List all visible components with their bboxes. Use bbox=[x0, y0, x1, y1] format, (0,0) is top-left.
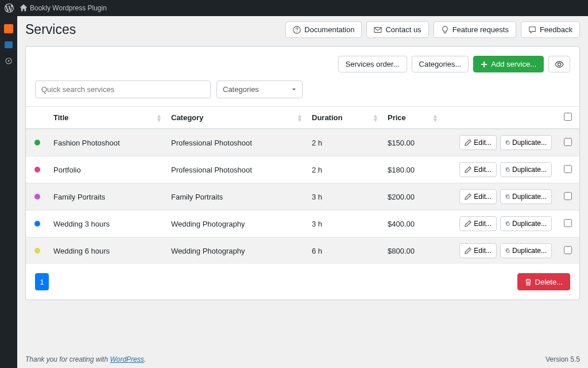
svg-rect-7 bbox=[506, 223, 509, 226]
duplicate-button[interactable]: Duplicate... bbox=[500, 135, 552, 150]
mail-icon bbox=[374, 26, 382, 34]
cell-duration: 3 h bbox=[307, 183, 383, 210]
edit-button[interactable]: Edit... bbox=[459, 216, 497, 231]
color-dot bbox=[34, 248, 40, 254]
table-row: Fashion PhotoshootProfessional Photoshoo… bbox=[26, 129, 579, 156]
wordpress-logo-icon[interactable] bbox=[5, 3, 14, 13]
categories-button[interactable]: Categories... bbox=[412, 56, 469, 72]
feature-requests-button[interactable]: Feature requests bbox=[434, 21, 516, 38]
color-dot bbox=[34, 167, 40, 172]
sidebar-item-bookly[interactable] bbox=[0, 21, 17, 37]
edit-button[interactable]: Edit... bbox=[459, 243, 497, 258]
version-text: Version 5.5 bbox=[546, 355, 580, 363]
collapse-icon bbox=[5, 57, 12, 64]
svg-point-3 bbox=[558, 63, 561, 66]
svg-rect-4 bbox=[506, 142, 509, 145]
cell-duration: 2 h bbox=[307, 129, 383, 156]
plus-icon bbox=[481, 61, 488, 68]
edit-button[interactable]: Edit... bbox=[459, 189, 497, 204]
edit-button[interactable]: Edit... bbox=[459, 162, 497, 177]
feedback-button[interactable]: Feedback bbox=[521, 21, 580, 38]
table-row: Wedding 6 hoursWedding Photography6 h$80… bbox=[26, 237, 579, 264]
svg-rect-6 bbox=[506, 196, 509, 199]
svg-rect-2 bbox=[374, 27, 381, 32]
table-row: Wedding 3 hoursWedding Photography3 h$40… bbox=[26, 210, 579, 237]
home-icon[interactable] bbox=[20, 4, 28, 13]
table-row: Family PortraitsFamily Portraits3 h$200.… bbox=[26, 183, 579, 210]
table-row: PortfolioProfessional Photoshoot2 h$180.… bbox=[26, 156, 579, 183]
admin-sidebar bbox=[0, 16, 17, 368]
lightbulb-icon bbox=[441, 26, 449, 34]
add-service-button[interactable]: Add service... bbox=[473, 56, 544, 72]
color-dot bbox=[34, 221, 40, 227]
row-checkbox[interactable] bbox=[564, 246, 572, 254]
duplicate-button[interactable]: Duplicate... bbox=[500, 243, 552, 258]
cell-category: Wedding Photography bbox=[167, 210, 307, 237]
cell-duration: 2 h bbox=[307, 156, 383, 183]
edit-button[interactable]: Edit... bbox=[459, 135, 497, 150]
cell-category: Professional Photoshoot bbox=[167, 156, 307, 183]
comment-icon bbox=[528, 26, 536, 34]
duplicate-button[interactable]: Duplicate... bbox=[500, 216, 552, 231]
row-checkbox[interactable] bbox=[564, 192, 572, 200]
color-dot bbox=[34, 140, 40, 145]
wordpress-link[interactable]: WordPress bbox=[110, 355, 144, 363]
trash-icon bbox=[525, 278, 532, 286]
sidebar-item-2[interactable] bbox=[0, 37, 17, 53]
sidebar-icon-2 bbox=[5, 41, 13, 48]
cell-price: $400.00 bbox=[383, 210, 443, 237]
cell-title: Fashion Photoshoot bbox=[49, 129, 167, 156]
col-price[interactable]: Price▲▼ bbox=[383, 107, 443, 129]
help-icon bbox=[293, 26, 301, 34]
col-duration[interactable]: Duration▲▼ bbox=[307, 107, 383, 129]
col-title[interactable]: Title▲▼ bbox=[49, 107, 167, 129]
search-input[interactable] bbox=[35, 80, 211, 98]
select-all-checkbox[interactable] bbox=[564, 113, 572, 121]
eye-icon bbox=[555, 60, 564, 68]
documentation-button[interactable]: Documentation bbox=[285, 21, 362, 38]
services-order-button[interactable]: Services order... bbox=[338, 56, 407, 72]
page-1-button[interactable]: 1 bbox=[35, 273, 49, 290]
cell-price: $200.00 bbox=[383, 183, 443, 210]
wp-admin-bar: Bookly Wordpress Plugin bbox=[0, 0, 588, 16]
row-checkbox[interactable] bbox=[564, 219, 572, 227]
cell-category: Professional Photoshoot bbox=[167, 129, 307, 156]
contact-button[interactable]: Contact us bbox=[366, 21, 428, 38]
svg-rect-8 bbox=[506, 250, 509, 253]
cell-price: $180.00 bbox=[383, 156, 443, 183]
page-title: Services bbox=[25, 22, 76, 37]
services-table: Title▲▼ Category▲▼ Duration▲▼ Price▲▼ Fa… bbox=[26, 106, 579, 264]
row-checkbox[interactable] bbox=[564, 165, 572, 173]
caret-down-icon bbox=[292, 87, 296, 92]
main-content: Services Documentation Contact us Featur… bbox=[17, 16, 588, 368]
duplicate-button[interactable]: Duplicate... bbox=[500, 189, 552, 204]
visibility-button[interactable] bbox=[548, 56, 570, 72]
cell-price: $150.00 bbox=[383, 129, 443, 156]
cell-title: Family Portraits bbox=[49, 183, 167, 210]
services-card: Services order... Categories... Add serv… bbox=[25, 46, 580, 300]
cell-category: Family Portraits bbox=[167, 183, 307, 210]
bookly-icon bbox=[4, 24, 13, 33]
col-category[interactable]: Category▲▼ bbox=[167, 107, 307, 129]
cell-title: Wedding 6 hours bbox=[49, 237, 167, 264]
sidebar-item-collapse[interactable] bbox=[0, 53, 17, 69]
duplicate-button[interactable]: Duplicate... bbox=[500, 162, 552, 177]
categories-select[interactable]: Categories bbox=[216, 80, 303, 98]
cell-title: Portfolio bbox=[49, 156, 167, 183]
wp-footer: Thank you for creating with WordPress. V… bbox=[17, 351, 588, 368]
cell-title: Wedding 3 hours bbox=[49, 210, 167, 237]
cell-category: Wedding Photography bbox=[167, 237, 307, 264]
site-title-link[interactable]: Bookly Wordpress Plugin bbox=[30, 4, 107, 12]
cell-duration: 3 h bbox=[307, 210, 383, 237]
svg-rect-5 bbox=[506, 169, 509, 172]
cell-price: $800.00 bbox=[383, 237, 443, 264]
delete-button[interactable]: Delete... bbox=[517, 273, 570, 290]
cell-duration: 6 h bbox=[307, 237, 383, 264]
color-dot bbox=[34, 194, 40, 200]
row-checkbox[interactable] bbox=[564, 138, 572, 146]
